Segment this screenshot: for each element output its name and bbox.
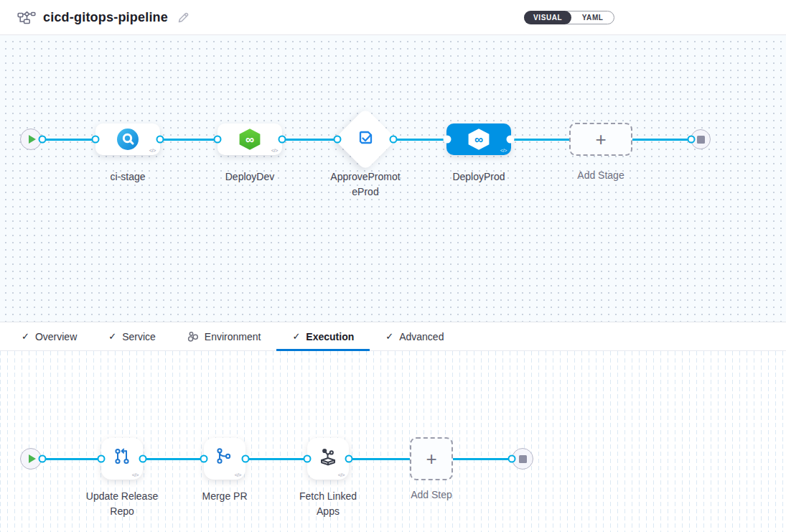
- tab-label: Execution: [306, 331, 354, 342]
- connector-port[interactable]: [200, 455, 208, 463]
- add-stage-button[interactable]: +: [569, 123, 632, 156]
- connector-port[interactable]: [39, 455, 47, 463]
- cd-deploy-icon: ∞: [467, 129, 490, 150]
- step-node-fetch-linked-apps[interactable]: </>: [307, 438, 349, 480]
- connector-port[interactable]: [390, 136, 398, 144]
- stop-icon: [697, 136, 705, 144]
- connector-port[interactable]: [279, 136, 286, 144]
- tab-label: Service: [122, 331, 156, 342]
- stage-node-deploydev[interactable]: ∞ </>: [217, 123, 282, 155]
- git-merge-icon: [214, 447, 235, 471]
- cd-deploy-icon: ∞: [238, 129, 261, 150]
- check-icon: ✓: [108, 331, 116, 342]
- play-icon: [29, 135, 36, 144]
- page-title: cicd-gitops-pipeline: [43, 10, 168, 25]
- check-icon: ✓: [292, 331, 300, 342]
- play-icon: [29, 454, 36, 463]
- linked-apps-icon: [317, 447, 339, 471]
- code-badge: </>: [338, 472, 345, 478]
- code-badge: </>: [235, 472, 241, 478]
- connector-port[interactable]: [507, 136, 515, 144]
- tab-label: Overview: [35, 331, 77, 342]
- code-badge: </>: [149, 147, 156, 154]
- tab-overview[interactable]: ✓ Overview: [22, 322, 93, 350]
- connector-port[interactable]: [214, 136, 222, 144]
- connector-port[interactable]: [345, 455, 353, 463]
- add-step-label: Add Step: [396, 487, 467, 503]
- step-label: Update Release Repo: [79, 489, 165, 519]
- step-label: Fetch Linked Apps: [292, 489, 364, 519]
- approval-icon: [354, 126, 377, 152]
- tab-execution[interactable]: ✓ Execution: [276, 322, 370, 350]
- step-node-update-release-repo[interactable]: </>: [101, 438, 143, 480]
- tab-service[interactable]: ✓ Service: [93, 322, 172, 350]
- stage-node-approvepromoteprod[interactable]: [334, 108, 397, 171]
- connector-port[interactable]: [334, 136, 342, 144]
- header: cicd-gitops-pipeline VISUAL YAML: [0, 0, 786, 35]
- code-badge: </>: [500, 147, 507, 154]
- connector-port[interactable]: [508, 455, 516, 463]
- environment-icon: [187, 331, 199, 342]
- plus-icon: +: [595, 129, 606, 151]
- stage-label: ApprovePromoteProd: [328, 169, 403, 200]
- git-update-icon: [111, 447, 133, 471]
- connector-port[interactable]: [242, 455, 250, 463]
- tab-environment[interactable]: Environment: [172, 322, 277, 350]
- tab-label: Environment: [205, 331, 261, 342]
- connector-port[interactable]: [39, 136, 47, 144]
- add-stage-label: Add Stage: [551, 168, 651, 183]
- connector-port[interactable]: [92, 136, 100, 144]
- ci-build-icon: [117, 129, 139, 150]
- pipeline-graph-icon: [17, 10, 36, 25]
- code-badge: </>: [132, 472, 139, 478]
- connector-port[interactable]: [304, 455, 312, 463]
- connector-port[interactable]: [139, 455, 147, 463]
- step-node-merge-pr[interactable]: </>: [204, 438, 245, 480]
- toggle-yaml-button[interactable]: YAML: [571, 14, 614, 22]
- edit-pencil-icon[interactable]: [177, 11, 190, 24]
- check-icon: ✓: [22, 331, 29, 342]
- stage-label: ci-stage: [78, 169, 178, 185]
- stage-node-ci-stage[interactable]: </>: [95, 123, 160, 155]
- step-label: Merge PR: [182, 489, 268, 504]
- stage-pipeline-canvas: </> ci-stage ∞ </> DeployDev ApproveProm…: [0, 35, 786, 322]
- connector-port[interactable]: [98, 455, 106, 463]
- stage-label: DeployProd: [429, 169, 529, 185]
- stage-label: DeployDev: [200, 169, 300, 185]
- visual-yaml-toggle: VISUAL YAML: [524, 11, 614, 24]
- add-step-button[interactable]: +: [410, 437, 453, 480]
- stop-icon: [519, 455, 527, 463]
- code-badge: </>: [271, 147, 278, 154]
- check-icon: ✓: [385, 331, 393, 342]
- stage-config-tabs: ✓ Overview ✓ Service Environment ✓ Execu…: [0, 322, 786, 351]
- plus-icon: +: [426, 448, 436, 470]
- connector-port[interactable]: [156, 136, 164, 144]
- tab-label: Advanced: [399, 331, 444, 342]
- connector-port[interactable]: [688, 136, 696, 144]
- stage-node-deployprod[interactable]: ∞ </>: [446, 123, 511, 155]
- tab-advanced[interactable]: ✓ Advanced: [370, 322, 459, 350]
- toggle-visual-button[interactable]: VISUAL: [524, 11, 571, 24]
- execution-steps-canvas: </> Update Release Repo </> Merge PR: [0, 351, 786, 532]
- connector-port[interactable]: [444, 136, 452, 144]
